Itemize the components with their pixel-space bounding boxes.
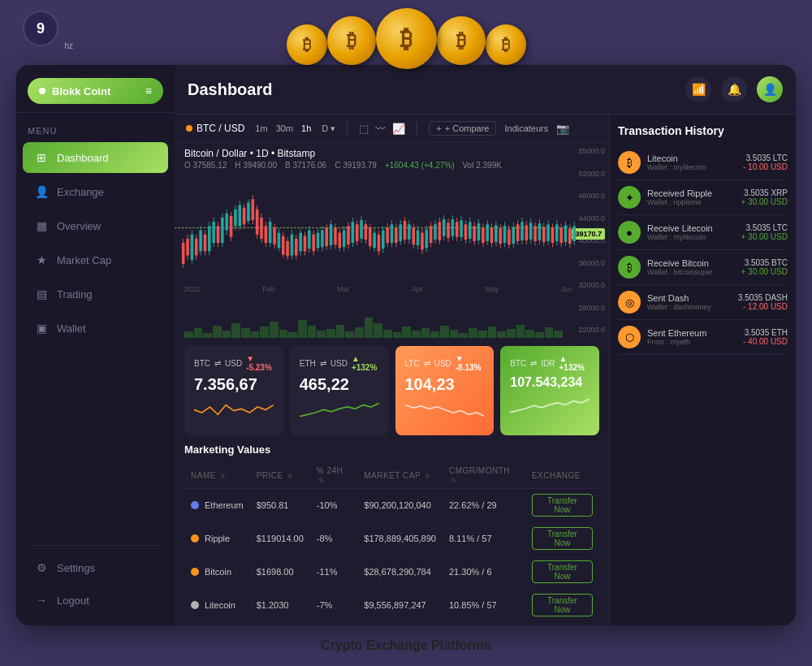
nav-item-dashboard[interactable]: ⊞ Dashboard [23, 142, 168, 173]
nav-item-wallet[interactable]: ▣ Wallet [23, 313, 168, 344]
tx-wallet: Wallet : bitcoinsuper [647, 268, 734, 276]
list-item[interactable]: ₿ Litecoin Wallet : mylitecoin 3.5035 LT… [618, 145, 788, 180]
list-item[interactable]: ● Receive Litecoin Wallet : mylitecoin 3… [618, 215, 788, 250]
vol-bar [231, 323, 240, 338]
transfer-button[interactable]: Transfer Now [532, 594, 593, 616]
chart-pair-title: Bitcoin / Dollar • 1D • Bitstamp [184, 148, 502, 159]
col-24h[interactable]: % 24H ⇅ [310, 462, 357, 489]
sc-pair-btcidr: BTC [510, 359, 526, 368]
pair-indicator: BTC / USD [186, 123, 244, 134]
x-label-jun: Jun [560, 285, 572, 293]
nav-item-overview[interactable]: ▦ Overview [23, 210, 168, 241]
chart-area: Bitcoin / Dollar • 1D • Bitstamp O 37585… [175, 143, 609, 338]
nav-item-marketcap[interactable]: ★ Market Cap [23, 244, 168, 275]
cell-exchange[interactable]: Transfer Now [525, 556, 599, 589]
nav-label-wallet: Wallet [57, 322, 86, 335]
time-1m[interactable]: 1m [253, 122, 270, 135]
wallet-icon: ▣ [34, 321, 49, 335]
time-30m[interactable]: 30m [274, 122, 296, 135]
wifi-icon-btn[interactable]: 📶 [685, 76, 711, 102]
transaction-history-title: Transaction History [618, 124, 788, 137]
cell-cmgr: 21.30% / 6 [443, 556, 525, 589]
pair-dot [186, 125, 192, 132]
transfer-button[interactable]: Transfer Now [532, 527, 593, 550]
vol-bar [222, 331, 231, 338]
list-item[interactable]: ⬡ Sent Ethereum From : myeth 3.5035 ETH … [618, 320, 788, 355]
table-row: Ethereum $950.81 -10% $90,200,120,040 22… [184, 489, 599, 522]
cell-exchange[interactable]: Transfer Now [525, 489, 599, 522]
brand-dot [39, 88, 45, 94]
bell-icon-btn[interactable]: 🔔 [721, 76, 747, 102]
nav-item-settings[interactable]: ⚙ Settings [23, 552, 168, 583]
vol-bar [251, 331, 260, 338]
indicateurs-button[interactable]: Indicateurs [504, 123, 548, 133]
time-1h[interactable]: 1h [299, 122, 313, 135]
transfer-button[interactable]: Transfer Now [532, 560, 593, 583]
chart-change: +1604.43 (+4.27%) [385, 161, 455, 170]
tx-name: Sent Dash [647, 293, 732, 303]
vol-bar [203, 333, 212, 338]
cell-marketcap: $28,678,290,784 [357, 556, 443, 589]
col-price[interactable]: PRICE ⇅ [250, 462, 310, 489]
toolbar-sep-2 [417, 122, 417, 135]
compare-button[interactable]: + + Compare [429, 121, 496, 136]
top-decoration: 9 hz ₿ ₿ ₿ ₿ ₿ [0, 0, 812, 65]
settings-icon: ⚙ [34, 560, 49, 575]
chart-icon-2[interactable]: 〰 [375, 123, 386, 135]
col-name[interactable]: NAME ⇅ [184, 462, 250, 489]
tx-icon: ₿ [618, 151, 641, 174]
sc-change-btc: ▼ -5.23% [246, 354, 274, 372]
x-labels: 2021 Feb Mar Apr May Jun [184, 285, 572, 293]
transfer-button[interactable]: Transfer Now [532, 494, 593, 517]
coin-medium-right: ₿ [437, 16, 486, 65]
vol-bar [497, 331, 506, 338]
market-table: NAME ⇅ PRICE ⇅ % 24H ⇅ MARKET CAP ⇅ CMGR… [184, 462, 599, 625]
camera-icon[interactable]: 📷 [556, 123, 569, 135]
x-label-may: May [485, 285, 499, 293]
chart-icon-1[interactable]: ⬚ [359, 123, 369, 135]
cell-price: $119014.00 [250, 522, 310, 556]
cell-change: -6% [310, 622, 357, 626]
overview-icon: ▦ [34, 218, 49, 233]
col-cmgr[interactable]: CMGR/MONTH ⇅ [443, 462, 525, 489]
cell-exchange[interactable]: Transfer Now [525, 622, 599, 626]
trading-icon: ▤ [34, 287, 49, 301]
tx-usd: - 10.00 USD [743, 162, 788, 171]
vol-bar [393, 332, 402, 338]
chart-icon-3[interactable]: 📈 [392, 123, 405, 135]
coin-medium-left: ₿ [327, 16, 376, 65]
vol-bar [383, 330, 392, 338]
header: Dashboard 📶 🔔 👤 [175, 65, 796, 115]
btc-idr-card[interactable]: BTC ⇌ IDR ▲ +132% 107.543,234 [500, 346, 599, 435]
cell-cmgr: 22.62% / 29 [443, 489, 525, 522]
eth-usd-card[interactable]: ETH ⇌ USD ▲ +132% 465,22 [290, 346, 389, 435]
tx-crypto: 3.5035 ETH [743, 328, 788, 337]
vol-bar [279, 330, 288, 338]
list-item[interactable]: ◎ Sent Dash Wallet : dashmoney 3.5035 DA… [618, 285, 788, 320]
main-panel: BTC / USD 1m 30m 1h D ▾ ⬚ 〰 📈 [175, 115, 609, 625]
avatar-btn[interactable]: 👤 [757, 76, 783, 102]
exchange-icon: 👤 [34, 184, 49, 199]
col-marketcap[interactable]: MARKET CAP ⇅ [357, 462, 443, 489]
footer-caption: Crypto Exchange Platforms [321, 632, 491, 660]
nav-item-trading[interactable]: ▤ Trading [23, 279, 168, 309]
tx-wallet: Wallet : rippleme [647, 198, 734, 206]
tx-crypto: 3.5035 BTC [741, 258, 788, 267]
cell-exchange[interactable]: Transfer Now [525, 589, 599, 622]
vol-bar [308, 326, 317, 338]
nav-item-logout[interactable]: → Logout [23, 585, 168, 616]
ltc-usd-card[interactable]: LTC ⇌ USD ▼ -8.13% 104,23 [395, 346, 495, 435]
brand-button[interactable]: Blokk Coint ≡ [28, 78, 163, 104]
tx-info: Sent Dash Wallet : dashmoney [647, 293, 732, 311]
vol-bar [421, 328, 430, 338]
list-item[interactable]: ✦ Received Ripple Wallet : rippleme 3.50… [618, 180, 788, 215]
nav-item-exchange[interactable]: 👤 Exchange [23, 176, 168, 207]
cell-marketcap: $178,889,405,890 [357, 522, 443, 556]
cell-change: -10% [310, 489, 357, 522]
list-item[interactable]: ₿ Receive Bitcoin Wallet : bitcoinsuper … [618, 250, 788, 285]
btc-usd-card[interactable]: BTC ⇌ USD ▼ -5.23% 7.356,67 [184, 346, 283, 435]
chart-high: H 39490.00 [235, 161, 277, 170]
chart-low: B 37176.06 [285, 161, 326, 170]
time-dropdown[interactable]: D ▾ [322, 123, 335, 134]
cell-exchange[interactable]: Transfer Now [525, 522, 599, 556]
